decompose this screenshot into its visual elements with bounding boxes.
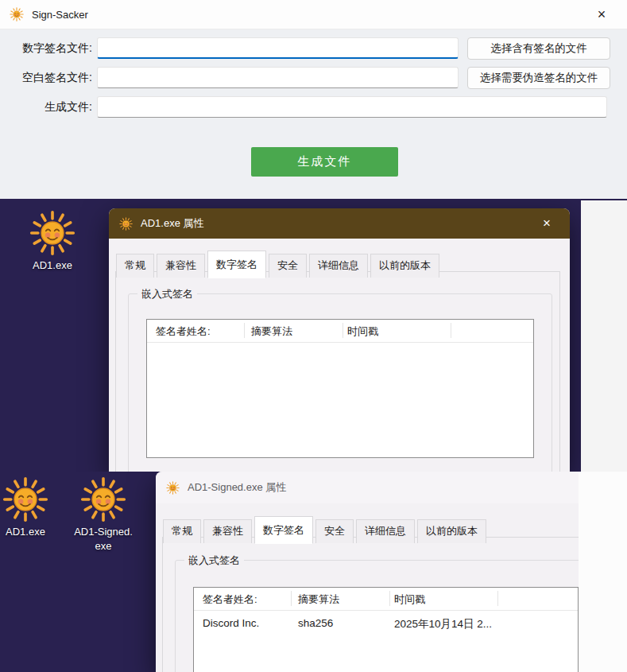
column-divider — [291, 591, 292, 606]
group-label: 嵌入式签名 — [137, 287, 197, 301]
select-target-file-button[interactable]: 选择需要伪造签名的文件 — [467, 67, 610, 89]
tab-general[interactable]: 常规 — [116, 254, 154, 278]
column-divider — [451, 323, 451, 338]
dialog-title: AD1-Signed.exe 属性 — [188, 480, 286, 495]
signature-row[interactable]: Discord Inc. sha256 2025年10月14日 2... — [194, 611, 578, 635]
embedded-signatures-group: 嵌入式签名 签名者姓名: 摘要算法 时间戳 — [128, 293, 552, 472]
column-divider — [244, 323, 245, 338]
tab-page: 嵌入式签名 签名者姓名: 摘要算法 时间戳 Discord Inc. — [162, 537, 607, 672]
generate-file-button[interactable]: 生成文件 — [251, 147, 398, 177]
column-divider — [389, 591, 390, 606]
tab-details[interactable]: 详细信息 — [356, 519, 415, 543]
tab-security[interactable]: 安全 — [269, 254, 307, 278]
icon-label: AD1-Signed. exe — [74, 525, 133, 554]
desktop-band-unsigned: AD1.exe AD1.exe 属性 × 常规 兼容性 数字签名 安全 详细信息… — [0, 199, 627, 472]
column-digest[interactable]: 摘要算法 — [298, 592, 339, 607]
file-sun-icon — [166, 481, 180, 495]
sign-sacker-titlebar[interactable]: Sign-Sacker × — [0, 0, 627, 29]
column-divider — [497, 591, 498, 606]
output-file-label: 生成文件: — [0, 96, 92, 118]
tab-compatibility[interactable]: 兼容性 — [203, 519, 252, 543]
signature-list[interactable]: 签名者姓名: 摘要算法 时间戳 Discord Inc. sha256 2025… — [193, 587, 579, 672]
timestamp-cell: 2025年10月14日 2... — [394, 617, 492, 631]
dialog-titlebar[interactable]: AD1.exe 属性 × — [109, 208, 570, 239]
list-header: 签名者姓名: 摘要算法 时间戳 — [147, 320, 533, 343]
tabstrip: 常规 兼容性 数字签名 安全 详细信息 以前的版本 — [116, 251, 439, 278]
signer-name-cell: Discord Inc. — [203, 617, 259, 629]
tab-previous-versions[interactable]: 以前的版本 — [370, 254, 439, 278]
column-divider — [343, 323, 343, 338]
background-window-edge — [581, 200, 627, 472]
file-sun-icon — [119, 217, 133, 231]
properties-dialog-signed: AD1-Signed.exe 属性 常规 兼容性 数字签名 安全 详细信息 以前… — [156, 472, 617, 672]
desktop-band-signed: AD1.exe AD1-Signed. exe AD1-Signed.exe 属… — [0, 472, 627, 672]
output-file-input[interactable] — [97, 96, 607, 118]
sun-file-icon — [29, 210, 75, 256]
list-header: 签名者姓名: 摘要算法 时间戳 — [194, 588, 578, 611]
desktop-icon-ad1-2[interactable]: AD1.exe — [0, 476, 51, 539]
desktop-screen: Sign-Sacker × 数字签名文件: 选择含有签名的文件 空白签名文件: … — [0, 0, 627, 672]
icon-label: AD1.exe — [6, 525, 45, 539]
dialog-titlebar[interactable]: AD1-Signed.exe 属性 — [156, 472, 617, 503]
column-signer[interactable]: 签名者姓名: — [203, 592, 257, 607]
desktop-icon-ad1-signed[interactable]: AD1-Signed. exe — [67, 476, 140, 554]
window-title: Sign-Sacker — [32, 9, 88, 21]
tab-details[interactable]: 详细信息 — [309, 254, 368, 278]
column-signer[interactable]: 签名者姓名: — [156, 324, 211, 339]
signed-file-label: 数字签名文件: — [0, 37, 92, 59]
column-digest[interactable]: 摘要算法 — [251, 324, 292, 339]
embedded-signatures-group: 嵌入式签名 签名者姓名: 摘要算法 时间戳 Discord Inc. — [175, 560, 599, 672]
tab-general[interactable]: 常规 — [163, 519, 201, 543]
properties-dialog-unsigned: AD1.exe 属性 × 常规 兼容性 数字签名 安全 详细信息 以前的版本 嵌… — [109, 208, 570, 472]
tab-security[interactable]: 安全 — [315, 519, 354, 543]
select-signed-file-button[interactable]: 选择含有签名的文件 — [467, 37, 610, 60]
blank-file-input[interactable] — [97, 67, 459, 88]
signed-file-input[interactable] — [97, 37, 459, 59]
digest-cell: sha256 — [298, 617, 333, 629]
dialog-title: AD1.exe 属性 — [141, 216, 203, 231]
sun-file-icon — [2, 476, 48, 522]
background-window-edge — [579, 472, 627, 672]
close-icon[interactable]: × — [533, 208, 560, 239]
desktop-icon-ad1[interactable]: AD1.exe — [26, 210, 79, 273]
column-timestamp[interactable]: 时间戳 — [347, 324, 378, 339]
close-icon[interactable]: × — [587, 0, 616, 29]
tab-digital-signatures[interactable]: 数字签名 — [254, 516, 313, 544]
sun-file-icon — [80, 476, 126, 522]
tab-digital-signatures[interactable]: 数字签名 — [207, 251, 266, 278]
icon-label: AD1.exe — [33, 258, 72, 273]
app-sun-icon — [10, 7, 24, 21]
tab-compatibility[interactable]: 兼容性 — [157, 254, 205, 278]
group-label: 嵌入式签名 — [184, 554, 244, 568]
signature-list[interactable]: 签名者姓名: 摘要算法 时间戳 — [146, 319, 534, 458]
sign-sacker-window: Sign-Sacker × 数字签名文件: 选择含有签名的文件 空白签名文件: … — [0, 0, 627, 199]
blank-file-label: 空白签名文件: — [0, 67, 92, 88]
tabstrip: 常规 兼容性 数字签名 安全 详细信息 以前的版本 — [163, 516, 486, 543]
tab-previous-versions[interactable]: 以前的版本 — [417, 519, 486, 543]
column-timestamp[interactable]: 时间戳 — [394, 592, 425, 607]
tab-page: 嵌入式签名 签名者姓名: 摘要算法 时间戳 — [115, 271, 560, 472]
